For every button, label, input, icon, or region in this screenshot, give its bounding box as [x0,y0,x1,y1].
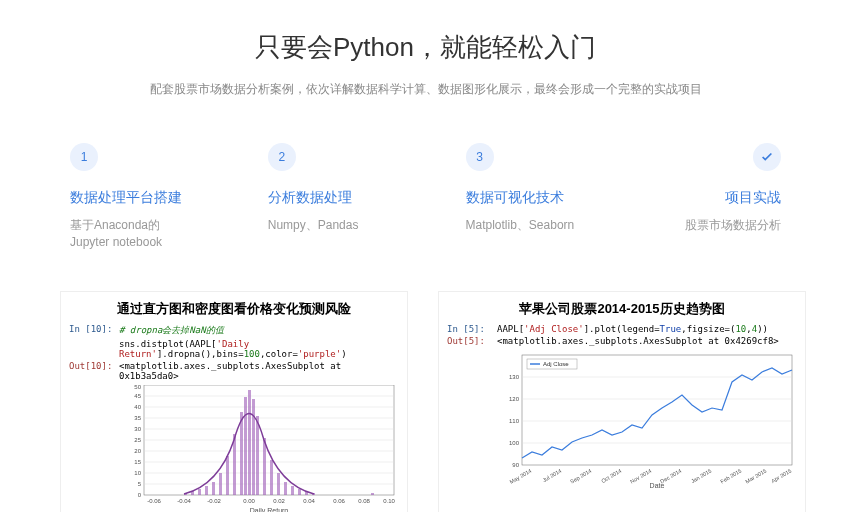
chart-left-panel: 通过直方图和密度图看价格变化预测风险 In [10]: # dropna会去掉N… [60,291,408,512]
code-in-line: In [5]: AAPL['Adj Close'].plot(legend=Tr… [447,324,797,334]
svg-rect-19 [244,397,247,495]
out-text: <matplotlib.axes._subplots.AxesSubplot a… [497,336,779,346]
in-prompt: In [5]: [447,324,497,334]
svg-text:100: 100 [509,440,520,446]
step-title: 数据可视化技术 [466,189,614,207]
svg-text:15: 15 [134,459,141,465]
blank-prompt [69,339,119,359]
svg-text:Oct 2014: Oct 2014 [600,467,622,483]
svg-rect-13 [205,486,208,495]
svg-text:130: 130 [509,374,520,380]
svg-text:0.10: 0.10 [383,498,395,504]
svg-text:30: 30 [134,426,141,432]
svg-rect-28 [298,489,301,495]
svg-text:Feb 2015: Feb 2015 [719,467,742,484]
svg-text:0.02: 0.02 [273,498,285,504]
svg-rect-26 [284,482,287,495]
in-prompt: In [10]: [69,324,119,337]
svg-text:Sep 2014: Sep 2014 [569,467,592,484]
svg-rect-18 [240,412,243,495]
chart-right-title: 苹果公司股票2014-2015历史趋势图 [447,300,797,318]
step-number: 1 [70,143,98,171]
svg-text:25: 25 [134,437,141,443]
svg-text:90: 90 [512,462,519,468]
steps-row: 1 数据处理平台搭建 基于Anaconda的Jupyter notebook 2… [60,143,791,251]
step-title: 项目实战 [633,189,781,207]
step-2: 2 分析数据处理 Numpy、Pandas [228,143,426,251]
line-svg: Adj Close 90100110 120130 May 2014 Jul 2… [497,350,797,490]
svg-text:0.06: 0.06 [333,498,345,504]
code-out-line: Out[10]: <matplotlib.axes._subplots.Axes… [69,361,399,381]
step-1: 1 数据处理平台搭建 基于Anaconda的Jupyter notebook [60,143,228,251]
svg-rect-25 [277,473,280,495]
step-desc: 基于Anaconda的Jupyter notebook [70,217,218,251]
svg-text:0.08: 0.08 [358,498,370,504]
svg-text:0: 0 [138,492,142,498]
step-desc: 股票市场数据分析 [633,217,781,234]
code-comment: # dropna会去掉NaN的值 [119,324,224,337]
xlabel: Date [650,482,665,489]
code-text: sns.distplot(AAPL['Daily Return'].dropna… [119,339,399,359]
svg-rect-31 [371,493,374,495]
chart-right-panel: 苹果公司股票2014-2015历史趋势图 In [5]: AAPL['Adj C… [438,291,806,512]
step-3: 3 数据可视化技术 Matplotlib、Seaborn [426,143,624,251]
svg-rect-23 [263,438,266,495]
step-4: 项目实战 股票市场数据分析 [623,143,791,251]
out-prompt: Out[10]: [69,361,119,381]
svg-text:5: 5 [138,481,142,487]
svg-rect-16 [226,456,229,495]
line-plot: Adj Close 90100110 120130 May 2014 Jul 2… [497,350,797,490]
svg-text:-0.06: -0.06 [147,498,161,504]
chart-left-title: 通过直方图和密度图看价格变化预测风险 [69,300,399,318]
step-title: 数据处理平台搭建 [70,189,218,207]
xlabel: Daily Return [250,507,289,512]
step-number: 3 [466,143,494,171]
svg-text:10: 10 [134,470,141,476]
svg-rect-15 [219,473,222,495]
step-title: 分析数据处理 [268,189,416,207]
page-title: 只要会Python，就能轻松入门 [60,30,791,65]
histogram-plot: 0510 152025 303540 4550 -0.06-0.04-0.02 … [119,385,399,512]
code-in-line: In [10]: # dropna会去掉NaN的值 [69,324,399,337]
page-subtitle: 配套股票市场数据分析案例，依次详解数据科学计算、数据图形化展示，最终会形成一个完… [60,81,791,98]
svg-text:Jul 2014: Jul 2014 [541,467,562,483]
svg-text:Jan 2015: Jan 2015 [690,467,713,484]
svg-text:Apr 2015: Apr 2015 [770,467,792,483]
svg-text:-0.02: -0.02 [207,498,221,504]
svg-text:35: 35 [134,415,141,421]
svg-rect-22 [256,416,259,495]
step-desc: Numpy、Pandas [268,217,416,234]
svg-rect-14 [212,482,215,495]
svg-text:20: 20 [134,448,141,454]
svg-text:50: 50 [134,385,141,390]
step-desc: Matplotlib、Seaborn [466,217,614,234]
code-line: sns.distplot(AAPL['Daily Return'].dropna… [69,339,399,359]
svg-text:110: 110 [509,418,520,424]
check-icon [753,143,781,171]
svg-rect-21 [252,399,255,495]
svg-text:40: 40 [134,404,141,410]
svg-text:May 2014: May 2014 [509,467,533,484]
svg-text:Mar 2015: Mar 2015 [744,467,767,484]
charts-row: 通过直方图和密度图看价格变化预测风险 In [10]: # dropna会去掉N… [60,291,791,512]
out-prompt: Out[5]: [447,336,497,346]
svg-text:0.00: 0.00 [243,498,255,504]
code-out-line: Out[5]: <matplotlib.axes._subplots.AxesS… [447,336,797,346]
legend-label: Adj Close [543,361,569,367]
svg-text:-0.04: -0.04 [177,498,191,504]
svg-text:0.04: 0.04 [303,498,315,504]
step-number: 2 [268,143,296,171]
svg-rect-27 [291,486,294,495]
code-text: AAPL['Adj Close'].plot(legend=True,figsi… [497,324,768,334]
svg-rect-24 [270,460,273,495]
svg-rect-20 [248,390,251,495]
svg-text:120: 120 [509,396,520,402]
out-text: <matplotlib.axes._subplots.AxesSubplot a… [119,361,399,381]
svg-text:45: 45 [134,393,141,399]
svg-rect-12 [198,489,201,495]
svg-rect-52 [522,355,792,465]
histogram-svg: 0510 152025 303540 4550 -0.06-0.04-0.02 … [119,385,399,512]
